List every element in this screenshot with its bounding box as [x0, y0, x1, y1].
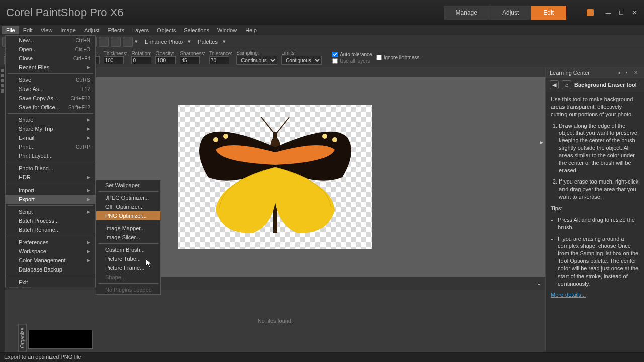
notification-icon[interactable] [587, 9, 594, 16]
menu-selections[interactable]: Selections [180, 26, 213, 34]
tab-manage[interactable]: Manage [444, 6, 490, 20]
tolerance-input[interactable] [209, 56, 229, 64]
panel-minimize-icon[interactable]: ◂ [618, 70, 624, 76]
learning-center-panel: Learning Center ◂ ▪ ✕ ◀ ⌂ Background Era… [545, 67, 644, 352]
submenu-frame[interactable]: Picture Frame... [96, 263, 160, 273]
organizer-tab[interactable]: Organize [18, 324, 27, 352]
menu-item-print-layout[interactable]: Print Layout... [6, 151, 95, 160]
panel-pin-icon[interactable]: ▪ [626, 70, 632, 76]
auto-tolerance-check[interactable]: Auto tolerance [332, 52, 372, 57]
copy-icon[interactable] [123, 37, 133, 47]
menu-item-workspace[interactable]: Workspace▶ [6, 247, 95, 256]
submenu-tube[interactable]: Picture Tube... [96, 254, 160, 263]
menu-item-open[interactable]: Open...Ctrl+O [6, 45, 95, 54]
navigator-thumbnail[interactable] [28, 330, 93, 349]
tolerance-label: Tolerance: [209, 51, 232, 56]
menu-help[interactable]: Help [241, 26, 261, 34]
caret-icon[interactable]: ▾ [188, 38, 193, 45]
submenu-no-plugins: No Plugins Loaded [96, 285, 160, 294]
caret-icon[interactable]: ▾ [223, 38, 228, 45]
app-title: Corel PaintShop Pro X6 [6, 6, 124, 19]
minimize-button[interactable]: ― [605, 9, 612, 16]
main-toolbar: ▾ Enhance Photo ▾ Palettes ▾ [0, 35, 644, 48]
tab-edit[interactable]: Edit [531, 6, 567, 20]
collapse-icon[interactable]: ⌄ [537, 280, 541, 287]
tip-1: Press Alt and drag to resize the brush. [558, 216, 639, 231]
menu-item-print[interactable]: Print...Ctrl+P [6, 142, 95, 151]
tip-2: If you are erasing around a complex shap… [558, 235, 639, 288]
menu-item-export[interactable]: Export▶ [6, 195, 95, 204]
menu-objects[interactable]: Objects [153, 26, 180, 34]
menu-item-batch-rename[interactable]: Batch Rename... [6, 225, 95, 234]
enhance-photo-button[interactable]: Enhance Photo [142, 38, 186, 46]
menu-item-hdr[interactable]: HDR▶ [6, 173, 95, 182]
menu-item-photo-blend[interactable]: Photo Blend... [6, 164, 95, 173]
menu-effects[interactable]: Effects [104, 26, 128, 34]
menu-item-share-trip[interactable]: Share My Trip▶ [6, 124, 95, 133]
menu-layers[interactable]: Layers [128, 26, 153, 34]
caret-icon[interactable]: ▾ [135, 38, 140, 45]
menubar: File Edit View Image Adjust Effects Laye… [0, 25, 644, 35]
file-dropdown-menu: New...Ctrl+N Open...Ctrl+O CloseCtrl+F4 … [5, 35, 96, 287]
rotation-input[interactable] [131, 56, 151, 64]
statusbar: Export to an optimized PNG file [0, 353, 644, 362]
tips-label: Tips: [551, 205, 639, 212]
menu-item-save-office[interactable]: Save for Office...Shift+F12 [6, 103, 95, 112]
tab-adjust[interactable]: Adjust [490, 6, 531, 20]
panel-collapse-icon[interactable]: ▸ [540, 139, 543, 146]
menu-item-share[interactable]: Share▶ [6, 115, 95, 124]
canvas-image[interactable] [178, 105, 372, 249]
sampling-select[interactable]: Continuous [236, 56, 277, 65]
use-all-layers-check[interactable]: Use all layers [332, 58, 372, 64]
submenu-gif[interactable]: GIF Optimizer... [96, 202, 160, 211]
home-icon[interactable]: ⌂ [562, 80, 571, 89]
opacity-input[interactable] [155, 56, 176, 64]
menu-edit[interactable]: Edit [19, 26, 37, 34]
menu-item-script[interactable]: Script▶ [6, 207, 95, 216]
menu-item-email[interactable]: E-mail▶ [6, 133, 95, 142]
submenu-mapper[interactable]: Image Mapper... [96, 224, 160, 233]
panel-title: Learning Center [550, 70, 618, 76]
submenu-wallpaper[interactable]: Set Wallpaper [96, 180, 160, 190]
menu-file[interactable]: File [2, 26, 19, 34]
submenu-png[interactable]: PNG Optimizer... [96, 211, 160, 220]
menu-item-save[interactable]: SaveCtrl+S [6, 75, 95, 84]
tool-options-bar: Size: Hardness: Step: Density: Thickness… [0, 48, 644, 67]
zoom-in-icon[interactable] [111, 37, 121, 47]
mode-tabs: Manage Adjust Edit [444, 6, 567, 20]
zoom-out-icon[interactable] [99, 37, 109, 47]
close-button[interactable]: ✕ [631, 9, 638, 16]
menu-item-new[interactable]: New...Ctrl+N [6, 36, 95, 45]
panel-close-icon[interactable]: ✕ [634, 70, 640, 76]
submenu-shape: Shape... [96, 273, 160, 282]
rotation-label: Rotation: [131, 51, 151, 56]
submenu-slicer[interactable]: Image Slicer... [96, 233, 160, 242]
sampling-label: Sampling: [236, 50, 259, 56]
more-details-link[interactable]: More details... [551, 292, 586, 298]
menu-item-recent[interactable]: Recent Files▶ [6, 63, 95, 72]
menu-item-save-as[interactable]: Save As...F12 [6, 84, 95, 94]
menu-view[interactable]: View [37, 26, 57, 34]
menu-item-batch-process[interactable]: Batch Process... [6, 216, 95, 225]
menu-item-db-backup[interactable]: Database Backup [6, 265, 95, 274]
menu-window[interactable]: Window [213, 26, 241, 34]
menu-adjust[interactable]: Adjust [80, 26, 104, 34]
menu-item-color-mgmt[interactable]: Color Management▶ [6, 256, 95, 265]
menu-item-import[interactable]: Import▶ [6, 186, 95, 195]
tool-name: Background Eraser tool [574, 82, 637, 88]
menu-item-save-copy[interactable]: Save Copy As...Ctrl+F12 [6, 94, 95, 103]
menu-image[interactable]: Image [56, 26, 80, 34]
svg-point-4 [322, 134, 327, 139]
menu-item-preferences[interactable]: Preferences▶ [6, 238, 95, 247]
maximize-button[interactable]: ☐ [618, 9, 625, 16]
sharpness-input[interactable] [180, 56, 200, 64]
back-icon[interactable]: ◀ [550, 80, 559, 89]
menu-item-exit[interactable]: Exit [6, 278, 95, 287]
ignore-lightness-check[interactable]: Ignore lightness [376, 55, 420, 60]
submenu-brush[interactable]: Custom Brush... [96, 245, 160, 254]
limits-select[interactable]: Contiguous [281, 56, 322, 65]
thickness-input[interactable] [104, 56, 124, 64]
palettes-button[interactable]: Palettes [195, 38, 221, 46]
menu-item-close[interactable]: CloseCtrl+F4 [6, 54, 95, 63]
submenu-jpeg[interactable]: JPEG Optimizer... [96, 193, 160, 202]
